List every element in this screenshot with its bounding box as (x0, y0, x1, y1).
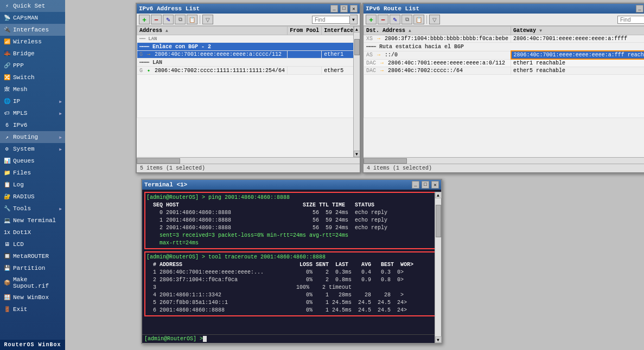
routing-arrow: ▶ (59, 135, 62, 140)
find-input[interactable] (617, 16, 644, 24)
sidebar-item-log[interactable]: 📋 Log (0, 179, 65, 191)
horizontal-scrollbar[interactable] (137, 157, 360, 164)
table-row[interactable]: AS → ::/0 2806:40c:7001:eeee:eeee:eeee:a… (364, 51, 645, 59)
find-area: ▼ (312, 15, 358, 24)
maximize-btn[interactable]: □ (422, 181, 429, 189)
col-dst[interactable]: Dst. Address ▲ (364, 27, 511, 35)
sidebar-item-new-winbox[interactable]: 🪟 New WinBox (0, 291, 65, 303)
copy-btn[interactable]: ⧉ (175, 15, 186, 24)
maximize-btn[interactable]: □ (340, 5, 348, 12)
log-icon: 📋 (3, 181, 11, 189)
ipv6-addr-toolbar: + − ✎ ⧉ 📋 ▽ ▼ (137, 14, 360, 26)
table-row[interactable]: G ✦ 2806:40c:7002:cccc:1111:1111:1111:25… (137, 67, 354, 75)
table-row[interactable]: XS → 2806:3f7:1004:bbbb:bbbb:bbbb:f0ca:b… (364, 35, 645, 43)
table-row[interactable]: G → 2806:40c:7001:eeee:eeee:eeee:a:cccc/… (137, 51, 354, 59)
scroll-thumb[interactable] (436, 205, 441, 237)
tools-arrow: ▶ (59, 206, 62, 211)
vertical-scrollbar[interactable]: ▲ ▼ (353, 26, 360, 157)
table-row[interactable]: ⋯⋯⋯ LAN (137, 59, 354, 67)
table-container[interactable]: Dst. Address ▲ Gateway ▼ XS → 2806:3f7:1… (364, 26, 644, 157)
sidebar-item-queues[interactable]: 📊 Queues (0, 155, 65, 167)
sidebar-item-bridge[interactable]: 🌉 Bridge (0, 48, 65, 60)
h-scroll-thumb[interactable] (364, 158, 407, 164)
traceroute-section: [admin@RouterOS] > tool traceroute 2001:… (144, 251, 439, 316)
find-dropdown-btn[interactable]: ▼ (350, 15, 358, 24)
scroll-up-btn[interactable]: ▲ (435, 192, 442, 198)
sidebar-item-files[interactable]: 📁 Files (0, 167, 65, 179)
col-interface[interactable]: Interface (322, 27, 353, 35)
traceroute-cmd: [admin@RouterOS] > tool traceroute 2001:… (146, 254, 437, 261)
find-area: ▼ (617, 15, 644, 24)
table-row[interactable]: ⋯⋯ LAN (137, 35, 354, 43)
ipv6-addr-titlebar[interactable]: IPv6 Address List _ □ ✕ (137, 4, 360, 14)
col-from-pool[interactable]: From Pool (288, 27, 322, 35)
sidebar-item-radius[interactable]: 🔐 RADIUS (0, 191, 65, 203)
sidebar-item-metarouter[interactable]: 🔲 MetaROUTER (0, 250, 65, 262)
minimize-btn[interactable]: _ (330, 5, 338, 12)
traceroute-row-1: 2 2806:3f7:1004::f0ca:f0ca 0% 2 0.8ms 0.… (146, 276, 437, 284)
traceroute-header: # ADDRESS LOSS SENT LAST AVG BEST WOR> (146, 261, 437, 269)
ping-summary: sent=3 received=3 packet-loss=0% min-rtt… (146, 232, 437, 239)
sidebar-item-dot1x[interactable]: 1x Dot1X (0, 226, 65, 238)
scroll-thumb[interactable] (354, 39, 360, 55)
find-input[interactable] (312, 16, 350, 24)
edit-btn[interactable]: ✎ (390, 15, 400, 24)
h-scroll-thumb[interactable] (137, 158, 180, 164)
table-row (364, 75, 645, 118)
table-row[interactable]: DAC → 2806:40c:7002:cccc::/64 ether5 rea… (364, 67, 645, 75)
col-gateway[interactable]: Gateway ▼ (511, 27, 644, 35)
terminal-scrollbar[interactable]: ▲ ▼ (435, 192, 441, 343)
sidebar-item-new-terminal[interactable]: 💻 New Terminal (0, 215, 65, 226)
sidebar-item-routing[interactable]: ↗ Routing ▶ (0, 131, 65, 143)
add-btn[interactable]: + (366, 15, 377, 24)
horizontal-scrollbar[interactable] (364, 157, 644, 164)
filter-btn[interactable]: ▽ (429, 15, 440, 24)
sidebar-item-capsman[interactable]: 📡 CAPsMAN (0, 12, 65, 24)
sidebar-item-partition[interactable]: 💾 Partition (0, 262, 65, 274)
sidebar-item-ipv6[interactable]: 6 IPv6 (0, 119, 65, 131)
paste-btn[interactable]: 📋 (187, 15, 197, 24)
sidebar-item-system[interactable]: ⚙ System ▶ (0, 143, 65, 155)
table-row[interactable]: ⋯⋯⋯ Ruta estatica hacia el BGP (364, 43, 645, 51)
remove-btn[interactable]: − (378, 15, 388, 24)
bridge-icon: 🌉 (3, 50, 11, 57)
sidebar-item-ppp[interactable]: 🔗 PPP (0, 60, 65, 72)
ipv6-route-titlebar[interactable]: IPv6 Route List _ □ ✕ (364, 4, 644, 14)
terminal-titlebar[interactable]: Terminal <1> _ □ ✕ (142, 180, 441, 190)
table-row[interactable]: DAC → 2806:40c:7001:eeee:eeee:eeee:a:0/1… (364, 59, 645, 67)
close-btn[interactable]: ✕ (350, 5, 358, 12)
sidebar-item-switch[interactable]: 🔀 Switch (0, 72, 65, 83)
minimize-btn[interactable]: _ (412, 181, 419, 189)
filter-btn[interactable]: ▽ (202, 15, 213, 24)
paste-btn[interactable]: 📋 (413, 15, 424, 24)
sidebar-item-lcd[interactable]: 🖥 LCD (0, 238, 65, 250)
sidebar-item-make-supout[interactable]: 📦 Make Supout.rif (0, 274, 65, 291)
scroll-up-btn[interactable]: ▲ (354, 26, 360, 33)
col-address[interactable]: Address ▲ (137, 27, 288, 35)
ipv6-route-window: IPv6 Route List _ □ ✕ + − ✎ ⧉ 📋 ▽ ▼ (362, 3, 644, 173)
table-row[interactable]: ⋯⋯⋯ Enlace con BGP - 2 (137, 43, 354, 51)
ping-row-2: 2 2001:4860:4860::8888 56 59 24ms echo r… (146, 224, 437, 232)
sidebar-item-interfaces[interactable]: 🔌 Interfaces (0, 24, 65, 36)
edit-btn[interactable]: ✎ (163, 15, 174, 24)
sidebar-item-mesh[interactable]: 🕸 Mesh (0, 83, 65, 95)
scroll-down-btn[interactable]: ▼ (435, 336, 442, 343)
sidebar-item-quickset[interactable]: ⚡ Quick Set (0, 0, 65, 12)
traceroute-row-3: 4 2001:4860:1:1::3342 0% 1 28ms 28 28 > (146, 291, 437, 299)
sidebar-item-tools[interactable]: 🔧 Tools ▶ (0, 203, 65, 215)
sidebar-item-ip[interactable]: 🌐 IP ▶ (0, 95, 65, 107)
minimize-btn[interactable]: _ (636, 5, 643, 12)
sidebar-item-mpls[interactable]: 🏷 MPLS ▶ (0, 107, 65, 119)
sidebar-item-wireless[interactable]: 📶 Wireless (0, 36, 65, 48)
system-icon: ⚙ (3, 145, 11, 153)
close-btn[interactable]: ✕ (431, 181, 439, 189)
ipv6-icon: 6 (3, 121, 11, 129)
copy-btn[interactable]: ⧉ (401, 15, 412, 24)
table-container[interactable]: Address ▲ From Pool Interface ⋯⋯ LAN ⋯⋯⋯… (137, 26, 353, 157)
remove-btn[interactable]: − (151, 15, 162, 24)
interfaces-icon: 🔌 (3, 26, 11, 34)
add-btn[interactable]: + (139, 15, 150, 24)
sidebar-item-exit[interactable]: 🚪 Exit (0, 303, 65, 315)
terminal-body[interactable]: [admin@RouterOS] > ping 2001:4860:4860::… (142, 190, 441, 334)
scroll-down-btn[interactable]: ▼ (354, 151, 360, 157)
